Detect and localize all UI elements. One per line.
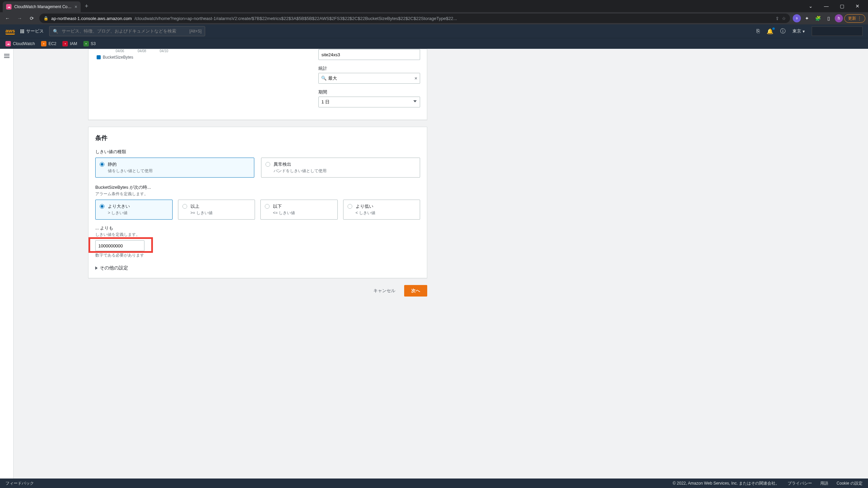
service-shortcuts-bar: ☁CloudWatch ▪EC2 ▪IAM ▪S3 bbox=[0, 38, 868, 49]
statistic-label: 統計 bbox=[318, 65, 420, 72]
shortcut-ec2[interactable]: ▪EC2 bbox=[41, 41, 56, 46]
cloudshell-icon[interactable]: ⎘ bbox=[756, 28, 760, 34]
help-icon[interactable]: ⓘ bbox=[780, 28, 786, 35]
iam-icon: ▪ bbox=[62, 41, 68, 46]
chart-legend[interactable]: BucketSizeBytes bbox=[95, 55, 305, 60]
content-area: 04/06 04/08 04/10 BucketSizeBytes 統計 bbox=[14, 49, 868, 479]
region-selector[interactable]: 東京▾ bbox=[792, 28, 805, 34]
caret-down-icon bbox=[413, 100, 417, 102]
additional-settings-toggle[interactable]: その他の設定 bbox=[95, 265, 420, 271]
ec2-icon: ▪ bbox=[41, 41, 46, 46]
shortcut-iam[interactable]: ▪IAM bbox=[62, 41, 77, 46]
back-button[interactable]: ← bbox=[3, 14, 12, 23]
clear-icon[interactable]: × bbox=[414, 75, 417, 81]
radio-icon bbox=[182, 204, 187, 209]
radio-icon bbox=[100, 204, 104, 209]
search-icon: 🔍 bbox=[53, 29, 58, 34]
than-desc: しきい値を定義します。 bbox=[95, 232, 420, 238]
search-icon: 🔍 bbox=[321, 76, 327, 81]
s3-icon: ▪ bbox=[83, 41, 89, 46]
next-button[interactable]: 次へ bbox=[404, 285, 427, 297]
threshold-hint: 数字である必要があります bbox=[95, 252, 420, 258]
window-controls: — ▢ ✕ bbox=[818, 1, 865, 12]
reload-button[interactable]: ⟳ bbox=[27, 14, 37, 23]
share-icon[interactable]: ⇪ bbox=[775, 16, 779, 21]
period-label: 期間 bbox=[318, 89, 420, 95]
address-bar: ← → ⟳ 🔒 ap-northeast-1.console.aws.amazo… bbox=[0, 12, 868, 24]
aws-search-input[interactable]: 🔍 サービス、特徴、ブログ、およびドキュメントなどを検索 [Alt+S] bbox=[49, 26, 205, 36]
chart-x-axis: 04/06 04/08 04/10 bbox=[95, 49, 305, 53]
sidebar-rail bbox=[0, 49, 14, 479]
than-label: ... よりも bbox=[95, 225, 420, 231]
operator-greater[interactable]: より大きい > しきい値 bbox=[95, 200, 173, 220]
shortcut-s3[interactable]: ▪S3 bbox=[83, 41, 96, 46]
grid-icon bbox=[20, 29, 24, 33]
whenever-label: BucketSizeBytes が次の時... bbox=[95, 184, 420, 190]
threshold-value-input[interactable] bbox=[95, 240, 144, 251]
threshold-type-static[interactable]: 静的 値をしきい値として使用 bbox=[95, 158, 254, 178]
hamburger-icon[interactable] bbox=[4, 53, 9, 479]
operator-greater-equal[interactable]: 以上 >= しきい値 bbox=[178, 200, 255, 220]
search-placeholder: サービス、特徴、ブログ、およびドキュメントなどを検索 bbox=[62, 28, 176, 34]
caret-right-icon bbox=[95, 266, 98, 270]
metric-card: 04/06 04/08 04/10 BucketSizeBytes 統計 bbox=[88, 49, 427, 120]
browser-chrome: ☁ CloudWatch Management Conso × + ⌄ — ▢ … bbox=[0, 0, 868, 24]
account-menu[interactable] bbox=[812, 26, 863, 36]
legend-swatch-icon bbox=[97, 55, 101, 59]
conditions-heading: 条件 bbox=[95, 134, 420, 142]
tab-bar: ☁ CloudWatch Management Conso × + ⌄ — ▢ … bbox=[0, 0, 868, 12]
maximize-button[interactable]: ▢ bbox=[834, 1, 850, 12]
close-window-button[interactable]: ✕ bbox=[850, 1, 865, 12]
forward-button[interactable]: → bbox=[15, 14, 24, 23]
extension-icon[interactable]: ✦ bbox=[802, 14, 812, 23]
cancel-button[interactable]: キャンセル bbox=[368, 285, 401, 297]
minimize-button[interactable]: — bbox=[818, 1, 834, 12]
operator-less-equal[interactable]: 以下 <= しきい値 bbox=[260, 200, 338, 220]
statistic-input[interactable] bbox=[318, 73, 420, 84]
url-path: /cloudwatch/home?region=ap-northeast-1#a… bbox=[135, 16, 457, 21]
radio-icon bbox=[348, 204, 352, 209]
operator-less[interactable]: より低い < しきい値 bbox=[343, 200, 420, 220]
update-button[interactable]: 更新⋮ bbox=[844, 14, 865, 23]
tab-title: CloudWatch Management Conso bbox=[14, 4, 72, 9]
radio-icon bbox=[265, 162, 270, 167]
services-menu[interactable]: サービス bbox=[20, 28, 44, 34]
notifications-icon[interactable]: 🔔 bbox=[767, 28, 773, 35]
radio-icon bbox=[265, 204, 270, 209]
star-icon[interactable]: ☆ bbox=[782, 16, 786, 21]
lock-icon: 🔒 bbox=[43, 16, 48, 21]
profile-avatar[interactable]: h bbox=[835, 14, 843, 22]
extension-badge-icon[interactable]: 9 bbox=[793, 14, 801, 22]
chevron-down-icon[interactable]: ⌄ bbox=[803, 1, 818, 12]
reading-list-icon[interactable]: ▯ bbox=[824, 14, 833, 23]
period-select[interactable] bbox=[318, 97, 420, 107]
aws-header: aws サービス 🔍 サービス、特徴、ブログ、およびドキュメントなどを検索 [A… bbox=[0, 24, 868, 38]
extensions-puzzle-icon[interactable]: 🧩 bbox=[813, 14, 823, 23]
browser-tab[interactable]: ☁ CloudWatch Management Conso × bbox=[3, 1, 81, 12]
metric-name-input[interactable] bbox=[318, 49, 420, 60]
search-hint: [Alt+S] bbox=[190, 29, 202, 34]
threshold-type-label: しきい値の種類 bbox=[95, 149, 420, 155]
cloudwatch-icon: ☁ bbox=[5, 41, 11, 46]
wizard-actions: キャンセル 次へ bbox=[88, 285, 427, 297]
whenever-desc: アラーム条件を定義します。 bbox=[95, 191, 420, 197]
tab-close-icon[interactable]: × bbox=[75, 4, 77, 9]
tab-favicon-icon: ☁ bbox=[6, 4, 12, 9]
radio-icon bbox=[100, 162, 104, 167]
aws-logo[interactable]: aws bbox=[5, 28, 15, 35]
url-field[interactable]: 🔒 ap-northeast-1.console.aws.amazon.com … bbox=[39, 14, 790, 23]
shortcut-cloudwatch[interactable]: ☁CloudWatch bbox=[5, 41, 35, 46]
threshold-type-anomaly[interactable]: 異常検出 バンドをしきい値として使用 bbox=[261, 158, 420, 178]
conditions-card: 条件 しきい値の種類 静的 値をしきい値として使用 異常検出 bbox=[88, 127, 427, 278]
url-domain: ap-northeast-1.console.aws.amazon.com bbox=[51, 16, 132, 21]
new-tab-button[interactable]: + bbox=[81, 3, 93, 10]
